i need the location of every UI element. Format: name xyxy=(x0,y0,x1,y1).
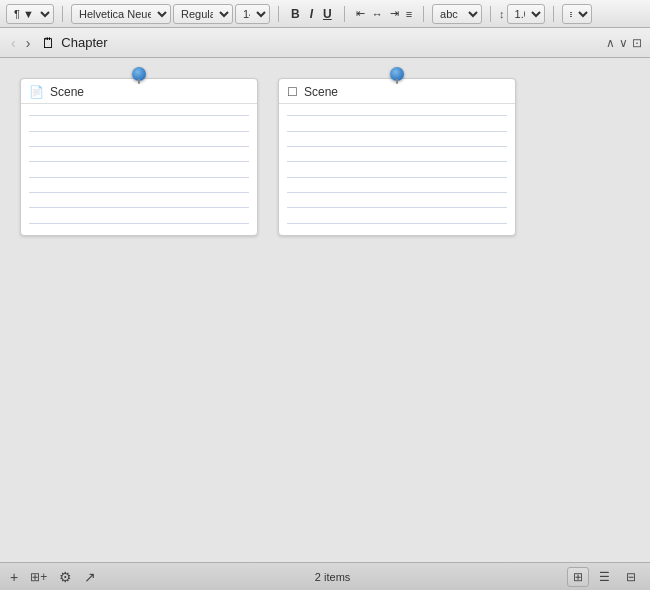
nav-arrows: ‹ › xyxy=(8,35,33,51)
card-line xyxy=(29,161,249,162)
card-1-icon: 📄 xyxy=(29,85,44,99)
style-group: ¶ ▼ xyxy=(6,4,54,24)
nav-bar: ‹ › 🗒 Chapter ∧ ∨ ⊡ xyxy=(0,28,650,58)
card-2-lines xyxy=(279,104,515,235)
sep-4 xyxy=(423,6,424,22)
weight-select[interactable]: Regular xyxy=(173,4,233,24)
card-2-label: Scene xyxy=(304,85,338,99)
align-group: ⇤ ↔ ⇥ ≡ xyxy=(353,6,415,21)
card-line xyxy=(287,161,507,162)
card-line xyxy=(29,223,249,224)
list-group: ≡ xyxy=(562,4,592,24)
expand-button[interactable]: ⊡ xyxy=(632,36,642,50)
sep-2 xyxy=(278,6,279,22)
settings-button[interactable]: ⚙ xyxy=(57,569,74,585)
card-2-icon: ☐ xyxy=(287,85,298,99)
bold-button[interactable]: B xyxy=(287,4,304,24)
status-right: ⊞ ☰ ⊟ xyxy=(567,567,642,587)
add-group-button[interactable]: ⊞+ xyxy=(28,570,49,584)
sep-1 xyxy=(62,6,63,22)
spacing-icon: ↕ xyxy=(499,8,505,20)
sep-3 xyxy=(344,6,345,22)
size-select[interactable]: 14 xyxy=(235,4,270,24)
view-grid-button[interactable]: ⊞ xyxy=(567,567,589,587)
align-center-button[interactable]: ↔ xyxy=(369,7,386,21)
card-line xyxy=(29,177,249,178)
status-left: + ⊞+ ⚙ ↗ xyxy=(8,569,98,585)
style-dropdown-group: abc xyxy=(432,4,482,24)
status-bar: + ⊞+ ⚙ ↗ 2 items ⊞ ☰ ⊟ xyxy=(0,562,650,590)
card-1-lines xyxy=(21,104,257,235)
main-content: 📄 Scene ☐ Scene xyxy=(0,58,650,562)
align-justify-button[interactable]: ≡ xyxy=(403,7,415,21)
card-1-label: Scene xyxy=(50,85,84,99)
align-right-button[interactable]: ⇥ xyxy=(387,6,402,21)
line-spacing-select[interactable]: 1.0 xyxy=(507,4,545,24)
style-select[interactable]: ¶ ▼ xyxy=(6,4,54,24)
export-button[interactable]: ↗ xyxy=(82,569,98,585)
italic-button[interactable]: I xyxy=(306,4,317,24)
card-line xyxy=(287,146,507,147)
font-select[interactable]: Helvetica Neue... xyxy=(71,4,171,24)
collapse-up-button[interactable]: ∧ xyxy=(606,36,615,50)
card-line xyxy=(287,131,507,132)
forward-button[interactable]: › xyxy=(23,35,34,51)
nav-right-controls: ∧ ∨ ⊡ xyxy=(606,36,642,50)
pin-2 xyxy=(390,67,404,85)
font-group: Helvetica Neue... Regular 14 xyxy=(71,4,270,24)
view-list-button[interactable]: ☰ xyxy=(593,567,616,587)
card-line xyxy=(29,146,249,147)
card-line xyxy=(287,177,507,178)
card-line xyxy=(29,207,249,208)
spacing-group: ↕ 1.0 xyxy=(499,4,545,24)
pin-tip-1 xyxy=(138,79,140,84)
sep-6 xyxy=(553,6,554,22)
folder-icon: 🗒 xyxy=(41,35,55,51)
card-line xyxy=(29,115,249,116)
item-count: 2 items xyxy=(98,571,567,583)
main-toolbar: ¶ ▼ Helvetica Neue... Regular 14 B I U ⇤… xyxy=(0,0,650,28)
index-card-1[interactable]: 📄 Scene xyxy=(20,78,258,236)
card-line xyxy=(287,192,507,193)
page-title: Chapter xyxy=(61,35,606,50)
collapse-down-button[interactable]: ∨ xyxy=(619,36,628,50)
add-item-button[interactable]: + xyxy=(8,569,20,585)
sep-5 xyxy=(490,6,491,22)
card-line xyxy=(287,207,507,208)
card-line xyxy=(287,115,507,116)
card-line xyxy=(287,223,507,224)
pin-tip-2 xyxy=(396,79,398,84)
underline-button[interactable]: U xyxy=(319,4,336,24)
format-group: B I U xyxy=(287,4,336,24)
pin-1 xyxy=(132,67,146,85)
align-left-button[interactable]: ⇤ xyxy=(353,6,368,21)
index-card-2[interactable]: ☐ Scene xyxy=(278,78,516,236)
card-line xyxy=(29,192,249,193)
back-button[interactable]: ‹ xyxy=(8,35,19,51)
list-select[interactable]: ≡ xyxy=(562,4,592,24)
view-scriv-button[interactable]: ⊟ xyxy=(620,567,642,587)
card-line xyxy=(29,131,249,132)
text-style-select[interactable]: abc xyxy=(432,4,482,24)
